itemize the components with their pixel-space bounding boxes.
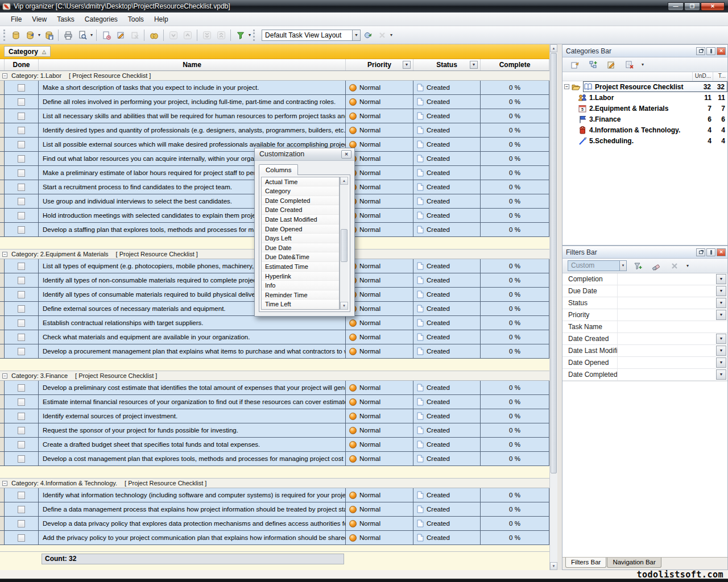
task-checkbox[interactable]: [18, 413, 25, 420]
task-checkbox[interactable]: [18, 334, 25, 341]
task-checkbox[interactable]: [18, 141, 25, 148]
task-row[interactable]: Create a drafted budget sheet that speci…: [0, 438, 549, 452]
filter-value[interactable]: [617, 321, 727, 332]
task-checkbox[interactable]: [18, 348, 25, 355]
filter-preset-dropdown-icon[interactable]: ▼: [620, 260, 627, 271]
find-icon[interactable]: [147, 28, 161, 42]
dialog-scroll-up-arrow[interactable]: ▲: [340, 177, 348, 185]
column-option[interactable]: Date Created: [262, 205, 339, 215]
column-header-status[interactable]: Status ▼: [413, 59, 481, 70]
open-database-icon[interactable]: [23, 28, 37, 42]
menu-item-tasks[interactable]: Tasks: [52, 13, 80, 26]
task-row[interactable]: Add the privacy policy to your project c…: [0, 531, 549, 545]
filter-dropdown-button[interactable]: ▼: [716, 357, 726, 368]
task-checkbox[interactable]: [18, 427, 25, 434]
priority-filter-button[interactable]: ▼: [403, 61, 411, 69]
panel-restore-icon[interactable]: [696, 248, 705, 256]
column-option[interactable]: Estimated Time: [262, 262, 339, 272]
filter-value[interactable]: [617, 345, 716, 356]
apply-layout-icon[interactable]: [361, 28, 375, 42]
task-checkbox[interactable]: [18, 441, 25, 448]
filter-preset-combo[interactable]: Custom ▼: [568, 260, 627, 271]
filter-value[interactable]: [617, 297, 716, 309]
collapse-icon[interactable]: −: [2, 73, 7, 78]
section-header-row[interactable]: −Category: 1.Labor[ Project Resource Che…: [0, 71, 549, 81]
task-checkbox[interactable]: [18, 84, 25, 92]
collapse-icon[interactable]: −: [564, 84, 569, 89]
column-option[interactable]: Actual Time: [262, 177, 339, 187]
dropdown-caret-icon[interactable]: ▾: [89, 32, 94, 38]
filter-dropdown-button[interactable]: ▼: [716, 286, 726, 296]
column-option[interactable]: Date Opened: [262, 225, 339, 234]
add-category-icon[interactable]: [568, 58, 582, 72]
column-option[interactable]: Hyperlink: [262, 272, 339, 281]
delete-category-icon[interactable]: [622, 58, 636, 72]
filter-dropdown-button[interactable]: ▼: [716, 346, 726, 356]
column-header-priority[interactable]: Priority ▼: [346, 59, 413, 70]
dropdown-caret-icon[interactable]: ▾: [685, 263, 690, 268]
new-task-icon[interactable]: [99, 28, 113, 42]
task-row[interactable]: Define all roles involved in performing …: [0, 95, 549, 109]
column-option[interactable]: Info: [262, 281, 339, 290]
layout-combo-dropdown-icon[interactable]: ▼: [353, 30, 361, 41]
category-tree-item[interactable]: 5.Scheduling.44: [562, 135, 727, 146]
edit-category-icon[interactable]: [604, 58, 618, 72]
filter-value[interactable]: [617, 273, 716, 285]
close-button[interactable]: ✕: [701, 2, 725, 11]
minimize-button[interactable]: —: [668, 2, 684, 11]
filter-value[interactable]: [617, 285, 716, 297]
panel-restore-icon[interactable]: [696, 47, 705, 55]
task-checkbox[interactable]: [18, 492, 25, 499]
collapse-icon[interactable]: −: [2, 481, 7, 486]
save-database-icon[interactable]: [42, 28, 56, 42]
task-checkbox[interactable]: [18, 212, 25, 219]
filter-value[interactable]: [617, 333, 716, 344]
task-checkbox[interactable]: [18, 263, 25, 270]
task-row[interactable]: Make a short description of tasks that y…: [0, 81, 549, 95]
edit-task-icon[interactable]: [113, 28, 127, 42]
task-row[interactable]: Request the sponsor of your project for …: [0, 423, 549, 438]
task-checkbox[interactable]: [18, 305, 25, 313]
column-option[interactable]: Days Left: [262, 234, 339, 243]
menu-item-help[interactable]: Help: [149, 13, 173, 26]
task-checkbox[interactable]: [18, 319, 25, 327]
task-row[interactable]: Develop a data privacy policy that explo…: [0, 517, 549, 531]
restore-button[interactable]: ❐: [684, 2, 700, 11]
task-row[interactable]: Identify desired types and quantity of p…: [0, 123, 549, 138]
task-row[interactable]: Establish contractual relationships with…: [0, 316, 549, 330]
new-database-icon[interactable]: [9, 28, 23, 42]
category-tree-root[interactable]: −Project Resource Checklist3232: [562, 81, 727, 92]
category-tree-item[interactable]: 52.Equipment & Materials77: [562, 103, 727, 114]
column-option[interactable]: Time Left: [262, 300, 339, 309]
menu-item-categories[interactable]: Categories: [80, 13, 123, 26]
filter-dropdown-button[interactable]: ▼: [716, 369, 726, 380]
task-row[interactable]: Check what materials and equipment are a…: [0, 330, 549, 344]
column-header-done[interactable]: Done: [5, 59, 39, 70]
task-row[interactable]: Define a data management process that ex…: [0, 502, 549, 517]
filter-dropdown-button[interactable]: ▼: [716, 334, 726, 344]
task-row[interactable]: Develop a procurement management plan th…: [0, 344, 549, 359]
panel-close-icon[interactable]: ✕: [717, 248, 726, 256]
dialog-title-bar[interactable]: Customization ✕: [255, 148, 354, 161]
dialog-scroll-down-arrow[interactable]: ▼: [340, 302, 348, 310]
task-checkbox[interactable]: [18, 398, 25, 406]
dialog-close-icon[interactable]: ✕: [341, 150, 351, 159]
filter-dropdown-button[interactable]: ▼: [716, 274, 726, 284]
tab-navigation-bar[interactable]: Navigation Bar: [607, 558, 661, 568]
dialog-scrollbar[interactable]: ▲ ▼: [340, 177, 348, 310]
filter-view-icon[interactable]: [233, 28, 247, 42]
task-checkbox[interactable]: [18, 113, 25, 120]
column-header-name[interactable]: Name: [39, 59, 346, 70]
filter-value[interactable]: [617, 309, 716, 321]
column-option[interactable]: Due Date&Time: [262, 252, 339, 262]
task-checkbox[interactable]: [18, 384, 25, 392]
dropdown-caret-icon[interactable]: ▾: [640, 62, 645, 67]
scroll-track[interactable]: [550, 474, 557, 562]
task-checkbox[interactable]: [18, 98, 25, 106]
panel-pin-icon[interactable]: [706, 47, 715, 55]
tab-filters-bar[interactable]: Filters Bar: [565, 558, 606, 568]
add-subcategory-icon[interactable]: [586, 58, 600, 72]
add-filter-icon[interactable]: [631, 259, 645, 273]
task-checkbox[interactable]: [18, 291, 25, 298]
clear-filter-icon[interactable]: [649, 259, 663, 273]
